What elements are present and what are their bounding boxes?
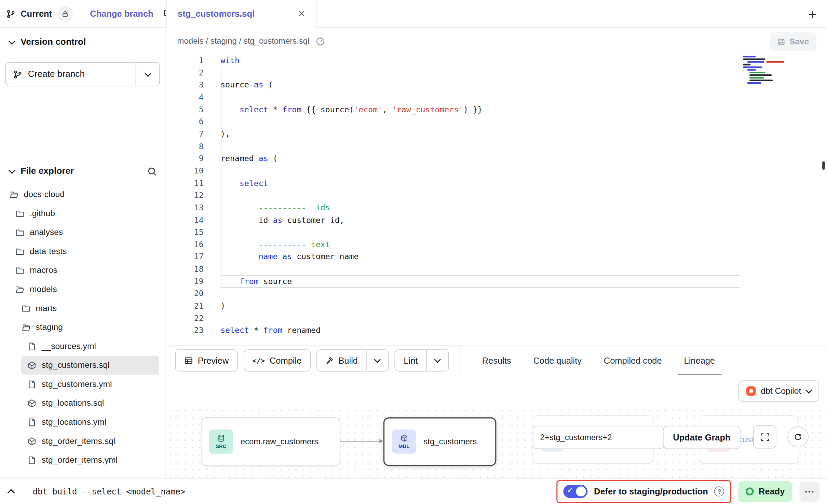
tree-item-stg-locations-sql[interactable]: stg_locations.sql <box>0 394 166 413</box>
code-line-4[interactable]: 4 <box>167 91 827 103</box>
code-text: id as customer_id, <box>220 215 344 225</box>
preview-button[interactable]: Preview <box>175 349 238 372</box>
update-graph-button[interactable]: Update Graph <box>663 426 741 449</box>
tree-item-github[interactable]: .github <box>0 204 166 223</box>
tree-item-docs-cloud[interactable]: docs-cloud <box>0 185 166 204</box>
lint-dropdown[interactable] <box>426 350 448 371</box>
editor-scrollbar[interactable] <box>822 161 825 170</box>
defer-toggle-highlight: ✓ Defer to staging/production ? <box>556 480 731 503</box>
build-label: Build <box>338 355 358 365</box>
model-node-icon: MDL <box>392 430 416 454</box>
code-line-5[interactable]: 5 select * from {{ source('ecom', 'raw_c… <box>167 103 827 116</box>
fullscreen-button[interactable] <box>753 425 776 448</box>
version-control-header[interactable]: Version control <box>10 37 86 47</box>
tree-item-models[interactable]: models <box>0 280 166 299</box>
build-dropdown[interactable] <box>366 350 389 371</box>
code-line-6[interactable]: 6 <box>167 116 827 128</box>
lineage-selector-input[interactable] <box>533 426 664 449</box>
code-line-15[interactable]: 15 <box>167 226 827 238</box>
tree-item-label: stg_order_items.sql <box>42 436 115 446</box>
code-line-19[interactable]: 19 from source <box>167 275 827 288</box>
build-button[interactable]: Build <box>317 350 366 371</box>
create-branch-dropdown[interactable] <box>136 63 159 86</box>
git-branch-icon <box>6 9 15 18</box>
tree-item-staging[interactable]: staging <box>0 318 166 337</box>
tree-item-stg-order-items-sql[interactable]: stg_order_items.sql <box>0 432 166 451</box>
code-line-10[interactable]: 10 <box>167 165 827 177</box>
cli-command-text[interactable]: dbt build --select <model_name> <box>33 487 185 496</box>
compile-button[interactable]: </> Compile <box>244 349 311 372</box>
file-tree: docs-cloud.githubanalysesdata-testsmacro… <box>0 185 166 470</box>
lineage-graph[interactable]: MDL customers SEM customers SRC ecom.raw… <box>167 407 827 478</box>
tree-item-stg-order-items-yml[interactable]: stg_order_items.yml <box>0 451 166 470</box>
code-line-13[interactable]: 13 ---------- ids <box>167 201 827 214</box>
code-line-23[interactable]: 23select * from renamed <box>167 324 827 337</box>
tab-results[interactable]: Results <box>482 346 511 376</box>
source-node-icon: SRC <box>209 430 233 454</box>
dbt-copilot-button[interactable]: dbt Copilot <box>738 380 819 402</box>
code-line-1[interactable]: 1with <box>167 54 827 67</box>
tree-item-marts[interactable]: marts <box>0 299 166 318</box>
code-line-8[interactable]: 8 <box>167 140 827 153</box>
lineage-node-stg-customers[interactable]: MDL stg_customers <box>383 417 496 466</box>
line-number: 2 <box>167 68 204 78</box>
tab-compiled-code[interactable]: Compiled code <box>604 346 662 376</box>
tab-lineage[interactable]: Lineage <box>684 346 715 376</box>
code-line-21[interactable]: 21) <box>167 300 827 312</box>
code-line-22[interactable]: 22 <box>167 312 827 324</box>
code-line-17[interactable]: 17 name as customer_name <box>167 251 827 263</box>
code-line-9[interactable]: 9renamed as ( <box>167 153 827 165</box>
code-line-18[interactable]: 18 <box>167 263 827 275</box>
file-icon <box>27 418 36 426</box>
code-text: with <box>220 56 240 65</box>
code-line-2[interactable]: 2 <box>167 67 827 79</box>
create-branch-main[interactable]: Create branch <box>6 63 136 86</box>
search-icon[interactable] <box>147 166 157 176</box>
create-branch-button[interactable]: Create branch <box>5 62 160 86</box>
ready-ring-icon <box>746 488 754 495</box>
code-editor[interactable]: 1with23source as (45 select * from {{ so… <box>167 54 827 345</box>
minimap[interactable] <box>741 56 788 88</box>
dbt-copilot-icon <box>746 386 756 396</box>
tree-item-stg-locations-yml[interactable]: stg_locations.yml <box>0 412 166 432</box>
folder-open-icon <box>15 285 24 294</box>
new-tab-button[interactable]: + <box>809 6 816 23</box>
file-explorer-header[interactable]: File explorer <box>10 166 157 177</box>
lineage-panel: dbt Copilot MDL customers SEM customers … <box>167 375 827 479</box>
code-line-11[interactable]: 11 select <box>167 177 827 190</box>
help-icon[interactable]: ? <box>714 487 724 496</box>
tree-item-analyses[interactable]: analyses <box>0 223 166 242</box>
save-button[interactable]: Save <box>770 32 816 51</box>
tree-item-stg-customers-yml[interactable]: stg_customers.yml <box>0 375 166 394</box>
file-icon <box>27 380 36 389</box>
code-line-20[interactable]: 20 <box>167 288 827 300</box>
tree-item-stg-customers-sql[interactable]: stg_customers.sql <box>21 356 159 375</box>
tab-code-quality[interactable]: Code quality <box>533 346 582 376</box>
code-line-7[interactable]: 7), <box>167 128 827 140</box>
tree-item-label: stg_customers.sql <box>42 361 110 370</box>
tree-item-macros[interactable]: macros <box>0 261 166 280</box>
tree-item-sources-yml[interactable]: __sources.yml <box>0 337 166 356</box>
change-branch-link[interactable]: Change branch <box>90 9 153 18</box>
chevron-down-icon <box>374 356 381 363</box>
more-options-button[interactable]: ⋯ <box>800 481 820 502</box>
code-line-16[interactable]: 16 ---------- text <box>167 238 827 251</box>
tab-close-icon[interactable]: ✕ <box>298 10 306 18</box>
ready-label: Ready <box>759 487 785 496</box>
tree-item-data-tests[interactable]: data-tests <box>0 242 166 261</box>
collapse-panel-icon[interactable] <box>7 489 15 496</box>
editor-tab-stg-customers[interactable]: stg_customers.sql ✕ <box>166 0 317 28</box>
defer-toggle[interactable]: ✓ <box>564 485 588 498</box>
code-line-12[interactable]: 12 <box>167 189 827 201</box>
tree-item-label: analyses <box>30 228 63 237</box>
code-line-3[interactable]: 3source as ( <box>167 79 827 91</box>
file-explorer-title: File explorer <box>21 166 74 177</box>
lint-button[interactable]: Lint <box>395 350 426 371</box>
tree-item-label: models <box>30 284 57 294</box>
chevron-down-icon <box>9 167 15 174</box>
preview-label: Preview <box>198 355 229 365</box>
refresh-button[interactable] <box>787 426 809 448</box>
code-line-14[interactable]: 14 id as customer_id, <box>167 214 827 226</box>
code-text: ---------- ids <box>220 203 330 213</box>
lineage-node-source[interactable]: SRC ecom.raw_customers <box>201 417 340 466</box>
